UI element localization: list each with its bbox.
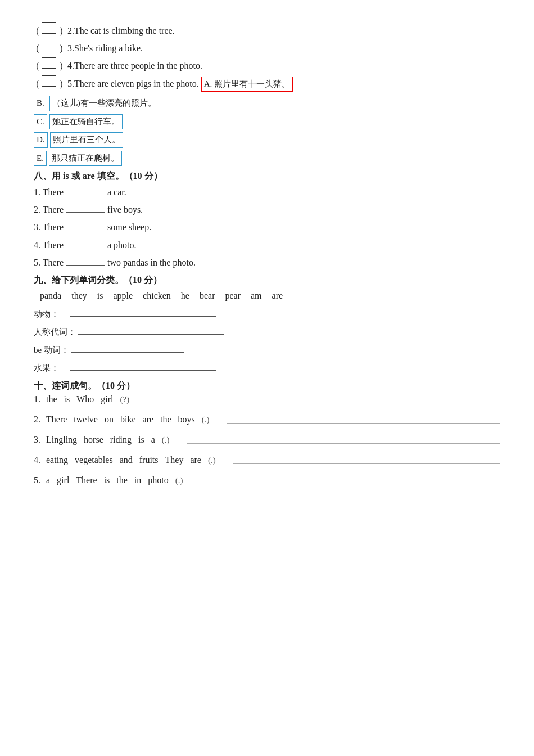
sent-word-5-5: the (116, 475, 128, 485)
field-animals[interactable] (70, 307, 216, 317)
option-B: B. （这儿)有一些漂亮的照片。 (34, 95, 500, 111)
item-text-4: There are three people in the photo. (74, 58, 202, 73)
sent-word-1-2: is (64, 394, 70, 404)
fill-blank-4[interactable] (66, 238, 105, 248)
sent-word-5-7: photo (148, 475, 168, 485)
sent-punct-5: (.) (175, 476, 183, 485)
sent-num-3: 3. (34, 435, 46, 445)
fill-blank-5[interactable] (66, 255, 105, 266)
fill-after-5: two pandas in the photo. (107, 255, 196, 270)
fill-num-4: 4. There (34, 237, 64, 253)
fill-num-2: 2. There (34, 202, 64, 217)
answer-box-3[interactable] (42, 40, 56, 51)
sent-word-2-6: the (160, 415, 171, 425)
options-section: B. （这儿)有一些漂亮的照片。 C. 她正在骑自行车。 D. 照片里有三个人。… (34, 95, 500, 166)
sent-word-3-4: is (138, 435, 144, 445)
option-label-D: D. (34, 132, 48, 148)
word-bear: bear (200, 291, 215, 301)
fill-blank-2[interactable] (66, 202, 105, 213)
answer-line-5[interactable] (200, 484, 500, 484)
fill-blank-1[interactable] (66, 185, 105, 195)
section-9-title: 九、给下列单词分类。（10 分） (34, 274, 500, 286)
sent-word-1-1: the (46, 394, 57, 404)
sent-word-5-4: is (104, 475, 110, 485)
classify-beverbs: be 动词： (34, 343, 500, 358)
label-beverbs: be 动词： (34, 343, 69, 358)
field-fruits[interactable] (70, 361, 216, 371)
fill-after-4: a photo. (107, 237, 137, 253)
fill-blank-3[interactable] (66, 220, 105, 230)
word-apple: apple (113, 291, 133, 301)
paren-open-4: ( (34, 58, 42, 73)
answer-line-3[interactable] (187, 443, 500, 444)
sent-word-1-3: Who (76, 394, 94, 404)
match-item-3: ( ) 3. She's riding a bike. (34, 40, 500, 56)
answer-line-1[interactable] (146, 403, 500, 403)
fill-item-2: 2. There five boys. (34, 202, 500, 217)
sent-word-2-1: There (46, 415, 67, 425)
item-num-5: 5. (65, 76, 74, 91)
word-pear: pear (225, 291, 241, 301)
option-content-C: 她正在骑自行车。 (49, 114, 123, 130)
answer-line-4[interactable] (233, 464, 500, 464)
fill-item-3: 3. There some sheep. (34, 219, 500, 235)
sent-word-2-2: twelve (74, 415, 98, 425)
sent-punct-2: (.) (202, 415, 210, 425)
fill-item-5: 5. There two pandas in the photo. (34, 255, 500, 270)
fill-item-4: 4. There a photo. (34, 237, 500, 253)
fill-after-1: a car. (107, 184, 126, 200)
section-10-title: 十、连词成句。（10 分） (34, 380, 500, 392)
sentence-4: 4. eating vegetables and fruits They are… (34, 455, 500, 465)
label-pronouns: 人称代词： (34, 325, 76, 340)
fill-num-5: 5. There (34, 255, 64, 270)
word-bank: panda they is apple chicken he bear pear… (34, 289, 500, 303)
item-num-4: 4. (65, 58, 74, 73)
sent-word-4-2: vegetables (75, 455, 113, 465)
sent-word-2-4: bike (120, 415, 136, 425)
match-item-5: ( ) 5. There are eleven pigs in the phot… (34, 75, 500, 92)
paren-open-5: ( (34, 76, 42, 91)
paren-close-5: ) (57, 76, 65, 91)
sent-punct-4: (.) (208, 456, 216, 465)
answer-box-4[interactable] (42, 57, 56, 69)
option-content-D: 照片里有三个人。 (50, 132, 123, 148)
answer-box-2[interactable] (42, 22, 56, 34)
word-they: they (71, 291, 87, 301)
fill-item-1: 1. There a car. (34, 184, 500, 200)
sent-word-5-6: in (134, 475, 141, 485)
sent-punct-3: (.) (162, 435, 170, 445)
section-10: 十、连词成句。（10 分） 1. the is Who girl (?) 2. … (34, 380, 500, 485)
paren-close-3: ) (57, 40, 65, 56)
answer-filled-5: A. 照片里有十一头猪。 (201, 76, 293, 92)
fill-after-3: some sheep. (107, 219, 151, 235)
fill-num-1: 1. There (34, 184, 64, 200)
sent-word-4-3: and (120, 455, 133, 465)
word-chicken: chicken (143, 291, 171, 301)
label-fruits: 水果： (34, 361, 67, 376)
sent-word-3-5: a (151, 435, 155, 445)
field-beverbs[interactable] (71, 343, 184, 353)
answer-line-2[interactable] (227, 423, 500, 424)
sent-word-2-7: boys (178, 415, 195, 425)
sent-num-5: 5. (34, 475, 46, 485)
word-is: is (97, 291, 103, 301)
paren-close-4: ) (57, 58, 65, 73)
option-label-C: C. (34, 114, 47, 130)
section-8-title: 八、用 is 或 are 填空。（10 分） (34, 170, 500, 182)
sent-word-3-3: riding (110, 435, 132, 445)
fill-num-3: 3. There (34, 219, 64, 235)
item-text-5: There are eleven pigs in the photo. (74, 76, 199, 91)
option-label-E: E. (34, 151, 47, 166)
word-are: are (272, 291, 283, 301)
option-content-E: 那只猫正在爬树。 (49, 151, 122, 166)
sent-word-2-3: on (105, 415, 114, 425)
sent-word-4-4: fruits (139, 455, 159, 465)
sent-word-2-5: are (143, 415, 154, 425)
paren-open-3: ( (34, 40, 42, 56)
sentence-1: 1. the is Who girl (?) (34, 394, 500, 404)
answer-box-5[interactable] (42, 75, 56, 87)
paren-open: ( (34, 23, 42, 38)
field-pronouns[interactable] (78, 325, 224, 335)
sent-word-4-1: eating (46, 455, 68, 465)
sent-num-4: 4. (34, 455, 46, 465)
